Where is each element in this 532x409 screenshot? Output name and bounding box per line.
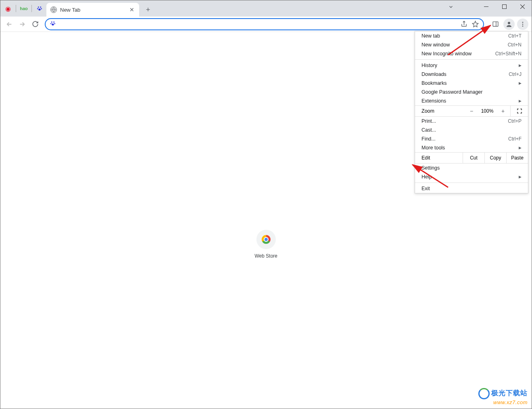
toolbar <box>0 17 532 32</box>
url-input[interactable] <box>59 21 457 27</box>
chrome-logo-icon <box>261 235 270 244</box>
side-panel-icon[interactable] <box>490 19 501 30</box>
menu-label: Cast... <box>421 127 436 133</box>
forward-button[interactable] <box>17 19 28 30</box>
menu-shortcut: Ctrl+Shift+N <box>495 51 522 57</box>
hao-icon[interactable]: hao <box>20 5 27 12</box>
menu-label: Extensions <box>421 98 446 104</box>
svg-rect-13 <box>493 22 498 26</box>
menu-shortcut: Ctrl+N <box>508 42 522 48</box>
menu-divider <box>415 59 528 60</box>
separator <box>31 5 32 12</box>
menu-label: New Incognito window <box>421 51 471 57</box>
watermark: 极光下载站 www.xz7.com <box>478 388 528 405</box>
paw-icon <box>50 20 56 28</box>
svg-rect-7 <box>503 4 507 8</box>
globe-icon <box>50 6 57 13</box>
svg-point-11 <box>54 23 55 24</box>
address-bar[interactable] <box>45 18 484 30</box>
svg-point-16 <box>522 22 524 23</box>
menu-label: Find... <box>421 136 436 142</box>
back-button[interactable] <box>4 19 15 30</box>
watermark-swirl-icon <box>478 388 490 399</box>
menu-label: More tools <box>421 145 445 151</box>
menu-history[interactable]: History ▶ <box>415 61 528 70</box>
close-window-button[interactable] <box>513 0 532 13</box>
chrome-menu-button[interactable] <box>517 19 528 30</box>
paste-button[interactable]: Paste <box>506 153 528 163</box>
menu-more-tools[interactable]: More tools ▶ <box>415 143 528 152</box>
profile-button[interactable] <box>503 19 515 30</box>
search-tabs-button[interactable] <box>444 2 457 12</box>
menu-edit-row: Edit Cut Copy Paste <box>415 152 528 164</box>
svg-point-8 <box>51 21 52 23</box>
svg-point-2 <box>37 8 38 9</box>
menu-find[interactable]: Find... Ctrl+F <box>415 134 528 143</box>
menu-print[interactable]: Print... Ctrl+P <box>415 117 528 126</box>
chrome-menu-dropdown: New tab Ctrl+T New window Ctrl+N New Inc… <box>415 31 528 193</box>
svg-point-9 <box>53 21 54 23</box>
zoom-in-button[interactable]: + <box>496 108 510 114</box>
watermark-brand: 极光下载站 <box>478 388 528 399</box>
shortcut-label: Web Store <box>255 253 277 259</box>
menu-shortcut: Ctrl+T <box>508 33 522 39</box>
svg-point-1 <box>40 6 41 8</box>
menu-cast[interactable]: Cast... <box>415 126 528 134</box>
menu-zoom-row: Zoom − 100% + <box>415 105 528 117</box>
fullscreen-button[interactable] <box>510 106 528 116</box>
menu-new-incognito[interactable]: New Incognito window Ctrl+Shift+N <box>415 49 528 58</box>
svg-point-18 <box>522 25 524 27</box>
new-tab-button[interactable]: + <box>142 4 154 15</box>
reload-button[interactable] <box>29 19 41 30</box>
menu-label: History <box>421 63 437 68</box>
svg-point-0 <box>38 6 39 8</box>
maximize-button[interactable] <box>495 0 513 13</box>
chevron-right-icon: ▶ <box>519 99 522 103</box>
chevron-right-icon: ▶ <box>519 146 522 150</box>
menu-new-window[interactable]: New window Ctrl+N <box>415 40 528 49</box>
bookmark-star-icon[interactable] <box>471 20 479 28</box>
copy-button[interactable]: Copy <box>484 153 506 163</box>
svg-rect-6 <box>484 6 488 7</box>
menu-exit[interactable]: Exit <box>415 184 528 193</box>
menu-downloads[interactable]: Downloads Ctrl+J <box>415 70 528 79</box>
share-icon[interactable] <box>460 20 468 28</box>
menu-password-manager[interactable]: Google Password Manager <box>415 88 528 96</box>
menu-settings[interactable]: Settings <box>415 164 528 172</box>
menu-label: Help <box>421 174 432 180</box>
menu-extensions[interactable]: Extensions ▶ <box>415 96 528 105</box>
titlebar-shortcuts: ◉ hao <box>0 0 43 17</box>
menu-shortcut: Ctrl+P <box>508 118 522 124</box>
svg-point-17 <box>522 23 524 25</box>
zoom-label: Zoom <box>415 108 464 114</box>
chevron-right-icon: ▶ <box>519 81 522 85</box>
watermark-url: www.xz7.com <box>478 399 528 405</box>
svg-point-4 <box>38 8 40 10</box>
chevron-right-icon: ▶ <box>519 63 522 67</box>
menu-label: Downloads <box>421 71 446 77</box>
svg-point-3 <box>41 8 42 9</box>
menu-help[interactable]: Help ▶ <box>415 172 528 181</box>
shortcut-web-store[interactable]: Web Store <box>255 230 277 259</box>
menu-label: New window <box>421 42 450 48</box>
chevron-right-icon: ▶ <box>519 175 522 179</box>
svg-point-10 <box>50 23 52 24</box>
cut-button[interactable]: Cut <box>463 153 484 163</box>
menu-label: New tab <box>421 33 440 39</box>
edit-label: Edit <box>415 155 463 161</box>
close-tab-button[interactable]: ✕ <box>129 6 135 13</box>
menu-label: Settings <box>421 165 440 171</box>
zoom-out-button[interactable]: − <box>464 108 479 114</box>
zoom-value: 100% <box>479 108 496 114</box>
menu-shortcut: Ctrl+F <box>508 136 522 142</box>
svg-point-15 <box>508 22 510 24</box>
paw-icon[interactable] <box>36 5 43 12</box>
weibo-icon[interactable]: ◉ <box>4 5 12 12</box>
menu-label: Google Password Manager <box>421 89 482 95</box>
menu-label: Print... <box>421 118 436 124</box>
minimize-button[interactable] <box>477 0 495 13</box>
menu-bookmarks[interactable]: Bookmarks ▶ <box>415 79 528 88</box>
browser-tab[interactable]: New Tab ✕ <box>46 3 139 17</box>
shortcut-icon-circle <box>256 230 275 249</box>
menu-new-tab[interactable]: New tab Ctrl+T <box>415 31 528 40</box>
